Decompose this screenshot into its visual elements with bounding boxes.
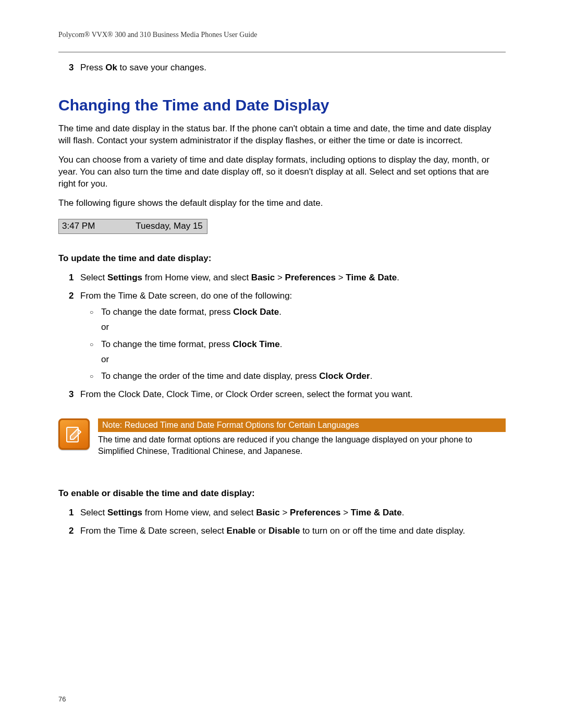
procedure-a-steps: 1 Select Settings from Home view, and sl… <box>58 272 506 401</box>
page-number: 76 <box>58 695 66 704</box>
step-text: From the Time & Date screen, do one of t… <box>80 291 292 301</box>
list-item: 3 From the Clock Date, Clock Time, or Cl… <box>58 389 506 401</box>
list-item: To change the date format, press Clock D… <box>80 306 506 334</box>
step-number: 3 <box>69 389 74 401</box>
note-body: Note: Reduced Time and Date Format Optio… <box>98 418 506 456</box>
figure-date: Tuesday, May 15 <box>131 219 207 233</box>
step-text: Select Settings from Home view, and slec… <box>80 273 399 282</box>
step-number: 2 <box>69 525 74 537</box>
running-header: Polycom® VVX® 300 and 310 Business Media… <box>58 30 506 53</box>
step-text: Press Ok to save your changes. <box>80 63 206 72</box>
note-callout: Note: Reduced Time and Date Format Optio… <box>58 418 506 456</box>
figure-time: 3:47 PM <box>59 219 131 233</box>
or-text: or <box>101 322 506 334</box>
step-text: From the Clock Date, Clock Time, or Cloc… <box>80 389 413 399</box>
list-item: 3 Press Ok to save your changes. <box>58 62 506 74</box>
step-number: 1 <box>69 272 74 284</box>
carryover-step-list: 3 Press Ok to save your changes. <box>58 62 506 74</box>
procedure-heading: To update the time and date display: <box>58 253 506 265</box>
body-text: You can choose from a variety of time an… <box>58 154 506 190</box>
note-icon <box>58 418 90 450</box>
step-text: Select Settings from Home view, and sele… <box>80 508 404 517</box>
body-text: The following figure shows the default d… <box>58 198 506 209</box>
step-text: From the Time & Date screen, select Enab… <box>80 526 465 536</box>
list-item: 2 From the Time & Date screen, select En… <box>58 525 506 537</box>
list-item: To change the time format, press Clock T… <box>80 339 506 366</box>
list-item: To change the order of the time and date… <box>80 371 506 382</box>
body-text: The time and date display in the status … <box>58 123 506 147</box>
list-item: 1 Select Settings from Home view, and sl… <box>58 272 506 284</box>
list-item: 1 Select Settings from Home view, and se… <box>58 507 506 519</box>
step-number: 2 <box>69 290 74 302</box>
step-number: 3 <box>69 62 74 74</box>
procedure-heading: To enable or disable the time and date d… <box>58 488 506 500</box>
procedure-b-steps: 1 Select Settings from Home view, and se… <box>58 507 506 537</box>
or-text: or <box>101 354 506 366</box>
sub-list: To change the date format, press Clock D… <box>80 306 506 383</box>
status-bar-figure: 3:47 PM Tuesday, May 15 <box>58 219 207 234</box>
note-text: The time and date format options are red… <box>98 434 506 456</box>
step-number: 1 <box>69 507 74 519</box>
list-item: 2 From the Time & Date screen, do one of… <box>58 290 506 383</box>
section-heading: Changing the Time and Date Display <box>58 95 506 116</box>
note-title: Note: Reduced Time and Date Format Optio… <box>98 418 506 432</box>
